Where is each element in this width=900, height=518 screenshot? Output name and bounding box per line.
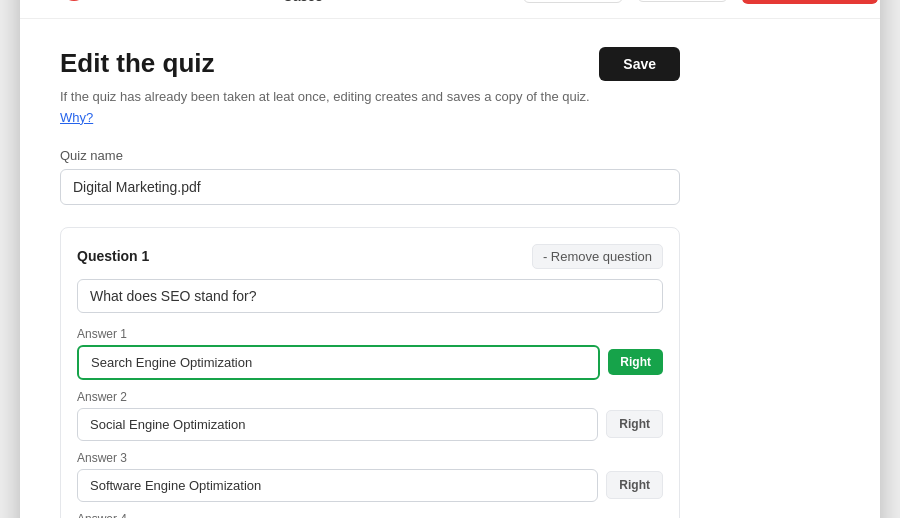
nav-right: 🇺🇸 English Ace PDFQuiz... Sign up for fr… — [523, 0, 880, 4]
question-label: Question 1 — [77, 248, 149, 264]
answer-label-4: Answer 4 — [77, 512, 663, 519]
answer-row-4: Answer 4 Right — [77, 512, 663, 519]
answer-row-2: Answer 2 Right — [77, 390, 663, 441]
answer-input-row-2: Right — [77, 408, 663, 441]
navbar: PDFQuiz Home Use Cases Functions Pricing… — [20, 0, 880, 19]
svg-point-8 — [61, 0, 87, 1]
browser-window: pdfquiz.com PDFQuiz — [20, 0, 880, 518]
answer-row-1: Answer 1 Right — [77, 327, 663, 380]
answer-row-3: Answer 3 Right — [77, 451, 663, 502]
main-content: Edit the quiz Save If the quiz has alrea… — [20, 19, 720, 519]
question-input[interactable] — [77, 279, 663, 313]
signup-button[interactable]: Sign up for free — [742, 0, 877, 4]
save-button[interactable]: Save — [599, 47, 680, 81]
right-button-3[interactable]: Right — [606, 471, 663, 499]
answer-input-3[interactable] — [77, 469, 598, 502]
ace-badge-wrapper[interactable]: Ace PDFQuiz... — [637, 0, 729, 2]
brand-icon — [60, 0, 88, 2]
answer-input-row-3: Right — [77, 469, 663, 502]
question-block-1: Question 1 - Remove question Answer 1 Ri… — [60, 227, 680, 519]
answer-input-2[interactable] — [77, 408, 598, 441]
brand[interactable]: PDFQuiz — [60, 0, 177, 2]
answer-label-2: Answer 2 — [77, 390, 663, 404]
quiz-name-input[interactable] — [60, 169, 680, 205]
page-title: Edit the quiz — [60, 48, 215, 79]
answer-input-row-1: Right — [77, 345, 663, 380]
nav-links: Home Use Cases Functions Pricing — [217, 0, 491, 4]
form-section: Quiz name Question 1 - Remove question A… — [60, 148, 680, 519]
answer-input-1[interactable] — [77, 345, 600, 380]
question-header: Question 1 - Remove question — [77, 244, 663, 269]
browser-content: PDFQuiz Home Use Cases Functions Pricing… — [20, 0, 880, 518]
quiz-name-label: Quiz name — [60, 148, 680, 163]
page-subtitle: If the quiz has already been taken at le… — [60, 89, 680, 104]
right-button-2[interactable]: Right — [606, 410, 663, 438]
language-selector[interactable]: 🇺🇸 English — [523, 0, 623, 3]
answer-label-1: Answer 1 — [77, 327, 663, 341]
right-button-1[interactable]: Right — [608, 349, 663, 375]
pdfquiz-dropdown[interactable]: PDFQuiz... — [637, 0, 729, 2]
why-link[interactable]: Why? — [60, 110, 93, 125]
nav-use-cases[interactable]: Use Cases — [283, 0, 323, 4]
page-header: Edit the quiz Save — [60, 47, 680, 81]
answer-label-3: Answer 3 — [77, 451, 663, 465]
remove-question-button[interactable]: - Remove question — [532, 244, 663, 269]
